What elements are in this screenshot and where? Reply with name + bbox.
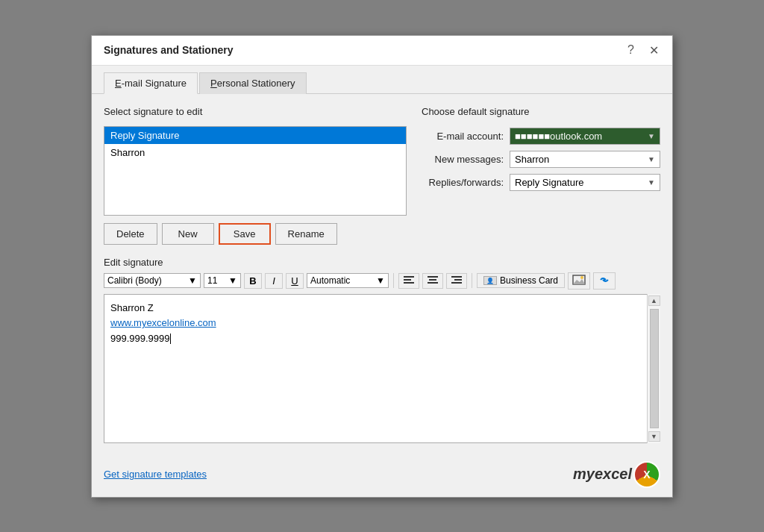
signature-editor-wrap: Sharron Z www.myexcelonline.com 999.999.… <box>104 294 660 443</box>
svg-point-11 <box>580 276 583 279</box>
color-select[interactable]: Automatic ▼ <box>307 273 389 288</box>
main-content: Select signature to edit Reply Signature… <box>92 94 672 257</box>
title-bar-left: Signatures and Stationery <box>104 44 233 56</box>
toolbar-sep-1 <box>393 273 394 288</box>
biz-card-icon: 👤 <box>483 276 497 285</box>
svg-rect-3 <box>428 276 438 278</box>
align-right-icon <box>451 275 462 284</box>
scroll-thumb[interactable] <box>650 309 659 428</box>
bold-button[interactable]: B <box>244 273 262 289</box>
default-sig-section: E-mail account: ■■■■■■outlook.com ▼ New … <box>422 128 660 191</box>
edit-signature-section: Edit signature Calibri (Body) ▼ 11 ▼ B I… <box>92 257 672 455</box>
color-value: Automatic <box>310 275 350 286</box>
scroll-up-icon[interactable]: ▲ <box>648 295 660 306</box>
biz-card-label: Business Card <box>500 275 558 286</box>
italic-button[interactable]: I <box>265 273 283 289</box>
formatting-toolbar: Calibri (Body) ▼ 11 ▼ B I U Automatic ▼ <box>104 272 660 290</box>
scroll-down-icon[interactable]: ▼ <box>648 431 660 442</box>
email-account-select[interactable]: ■■■■■■outlook.com ▼ <box>510 128 660 145</box>
align-center-button[interactable] <box>422 273 443 289</box>
rename-button[interactable]: Rename <box>275 223 337 245</box>
left-panel: Select signature to edit Reply Signature… <box>104 106 407 245</box>
svg-marker-10 <box>573 279 585 284</box>
email-account-arrow-icon: ▼ <box>648 132 655 140</box>
dialog-footer: Get signature templates myexcel X <box>92 455 672 497</box>
close-button[interactable]: ✕ <box>645 42 663 59</box>
tabs-container: E-mail Signature Personal Stationery <box>92 66 672 94</box>
sig-line-1: Sharron Z <box>110 301 643 316</box>
insert-hyperlink-button[interactable] <box>593 272 616 290</box>
help-button[interactable]: ? <box>623 42 639 58</box>
replies-value: Reply Signature <box>515 177 584 188</box>
save-button[interactable]: Save <box>219 223 271 245</box>
dialog-title: Signatures and Stationery <box>104 44 233 56</box>
title-bar-right: ? ✕ <box>623 42 663 59</box>
tab-email-signature[interactable]: E-mail Signature <box>104 72 198 94</box>
insert-picture-icon <box>572 275 586 285</box>
align-center-icon <box>428 275 438 284</box>
logo-symbol: X <box>643 469 650 481</box>
new-messages-arrow-icon: ▼ <box>648 155 655 163</box>
email-account-label: E-mail account: <box>422 131 504 142</box>
toolbar-sep-2 <box>472 273 472 288</box>
dialog: Signatures and Stationery ? ✕ E-mail Sig… <box>91 35 673 498</box>
edit-sig-label: Edit signature <box>104 257 660 268</box>
logo-circle-icon: X <box>633 461 660 488</box>
align-left-icon <box>404 275 414 284</box>
size-arrow-icon: ▼ <box>228 275 237 286</box>
email-account-value: ■■■■■■outlook.com <box>515 131 602 142</box>
myexcel-logo: myexcel X <box>573 461 660 488</box>
replies-row: Replies/forwards: Reply Signature ▼ <box>422 174 660 191</box>
choose-default-label: Choose default signature <box>422 106 660 117</box>
svg-rect-6 <box>451 276 462 278</box>
replies-select[interactable]: Reply Signature ▼ <box>510 174 660 191</box>
size-value: 11 <box>207 275 217 286</box>
insert-hyperlink-icon <box>598 275 611 285</box>
svg-rect-8 <box>451 282 462 284</box>
title-bar: Signatures and Stationery ? ✕ <box>92 36 672 66</box>
sig-line-2: www.myexcelonline.com <box>110 316 643 331</box>
svg-rect-7 <box>454 279 462 281</box>
insert-picture-button[interactable] <box>568 272 590 290</box>
get-templates-link[interactable]: Get signature templates <box>104 469 207 480</box>
tab-email-signature-label: E-mail Signature <box>115 78 187 89</box>
size-select[interactable]: 11 ▼ <box>204 273 241 288</box>
new-messages-value: Sharron <box>515 154 549 165</box>
font-value: Calibri (Body) <box>107 275 162 286</box>
underline-button[interactable]: U <box>286 273 304 289</box>
font-arrow-icon: ▼ <box>188 275 197 286</box>
new-messages-row: New messages: Sharron ▼ <box>422 151 660 168</box>
email-account-row: E-mail account: ■■■■■■outlook.com ▼ <box>422 128 660 145</box>
sig-link[interactable]: www.myexcelonline.com <box>110 317 216 328</box>
delete-button[interactable]: Delete <box>104 223 157 245</box>
signature-editor[interactable]: Sharron Z www.myexcelonline.com 999.999.… <box>104 294 660 443</box>
new-button[interactable]: New <box>162 223 214 245</box>
replies-label: Replies/forwards: <box>422 177 504 188</box>
svg-rect-0 <box>404 276 414 278</box>
svg-rect-2 <box>404 282 414 284</box>
color-arrow-icon: ▼ <box>376 275 385 286</box>
font-select[interactable]: Calibri (Body) ▼ <box>104 273 201 288</box>
align-right-button[interactable] <box>446 273 467 289</box>
business-card-button[interactable]: 👤 Business Card <box>477 273 565 288</box>
signature-buttons: Delete New Save Rename <box>104 223 407 245</box>
replies-arrow-icon: ▼ <box>648 178 655 187</box>
sig-list-item-reply[interactable]: Reply Signature <box>104 127 406 144</box>
sig-line-3: 999.999.9999 <box>110 331 643 347</box>
select-sig-label: Select signature to edit <box>104 106 407 117</box>
new-messages-label: New messages: <box>422 154 504 165</box>
svg-rect-1 <box>404 279 411 281</box>
right-panel: Choose default signature E-mail account:… <box>422 106 660 245</box>
text-cursor <box>170 334 171 344</box>
svg-rect-4 <box>429 279 436 281</box>
tab-personal-stationery-label: Personal Stationery <box>210 78 295 89</box>
sig-list-item-sharron[interactable]: Sharron <box>104 144 406 161</box>
logo-text: myexcel <box>573 466 632 483</box>
editor-scrollbar[interactable]: ▲ ▼ <box>647 294 660 443</box>
align-left-button[interactable] <box>398 273 419 289</box>
new-messages-select[interactable]: Sharron ▼ <box>510 151 660 168</box>
svg-rect-5 <box>428 282 438 284</box>
signature-list[interactable]: Reply Signature Sharron <box>104 126 407 216</box>
tab-personal-stationery[interactable]: Personal Stationery <box>199 72 306 94</box>
